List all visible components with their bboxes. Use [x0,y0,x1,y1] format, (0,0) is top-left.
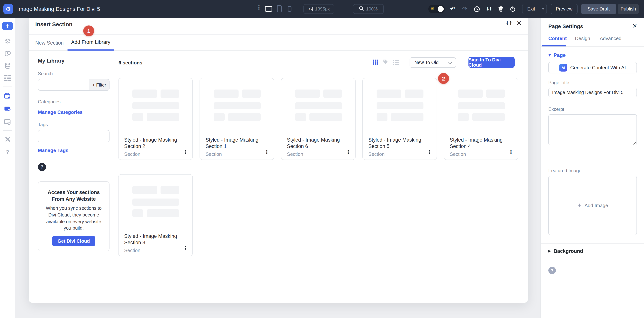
tags-input[interactable] [38,130,110,142]
skeleton-bar [160,90,179,98]
excerpt-textarea[interactable] [548,114,637,145]
promo-body: When you sync sections to Divi Cloud, th… [43,205,105,232]
skeleton-bar [486,90,505,98]
insert-section-outline-icon[interactable] [4,92,12,100]
library-card[interactable]: Styled - Image Masking Section 2 Section… [118,78,193,160]
zoom-control[interactable]: 100% [353,4,384,14]
divi-settings-button[interactable]: ⚙ [4,4,13,14]
zoom-value: 100% [366,6,378,12]
phone-view-icon[interactable] [288,6,292,12]
database-icon[interactable] [4,61,12,70]
library-card[interactable]: Styled - Image Masking Section 4 Section… [444,78,518,160]
card-title: Styled - Image Masking Section 6 [287,137,350,150]
skeleton-bar [228,113,261,121]
sign-in-divi-cloud-button[interactable]: Sign In To Divi Cloud [468,57,514,68]
history-button[interactable] [472,4,481,13]
close-icon[interactable]: × [516,20,522,26]
manage-categories-link[interactable]: Manage Categories [38,109,82,115]
kebab-menu-icon[interactable]: ⋮ [183,150,188,155]
tools-icon[interactable] [4,135,12,144]
tab-content[interactable]: Content [548,36,567,41]
plus-icon: + [5,23,10,29]
library-card[interactable]: Styled - Image Masking Section 1 Section… [200,78,274,160]
skeleton-bar [458,113,469,121]
tag-view-icon[interactable] [382,59,388,66]
sort-order-value: New To Old [414,60,439,65]
kebab-menu-icon[interactable]: ⋮ [427,150,432,155]
generate-ai-button[interactable]: AI Generate Content With AI [548,62,637,73]
get-divi-cloud-button[interactable]: Get Divi Cloud [52,236,95,246]
filter-button[interactable]: + Filter [89,79,110,91]
exit-caret-icon[interactable]: ▾ [540,4,546,14]
kebab-menu-icon[interactable]: ⋮ [346,150,351,155]
canvas-width-control[interactable]: ↔ 1395px [304,4,334,14]
tablet-view-icon[interactable] [277,5,282,12]
list-view-icon[interactable] [393,60,399,65]
preview-eye-icon[interactable] [4,118,12,126]
library-card[interactable]: Styled - Image Masking Section 5 Section… [362,78,437,160]
search-input[interactable] [38,79,89,91]
panel-title: Page Settings [548,23,583,29]
delete-button[interactable] [496,4,505,13]
save-draft-button[interactable]: Save Draft [581,4,616,14]
skeleton-bar [376,90,401,98]
card-type: Section [124,248,140,253]
page-title-label: Page Title [548,80,569,85]
rows-icon[interactable] [4,74,12,82]
sidebar-divider [3,130,12,131]
sidebar-help-icon[interactable]: ? [4,148,12,156]
add-image-label: Add Image [584,203,608,208]
annotation-badge-1: 1 [83,25,94,36]
skeleton-bar [242,90,261,98]
desktop-view-icon[interactable] [265,6,272,12]
tab-design[interactable]: Design [575,36,590,41]
plus-icon: + [577,203,582,208]
power-button[interactable] [508,4,517,13]
kebab-menu-icon[interactable]: ⋮ [264,150,270,155]
kebab-menu-icon[interactable]: ⋮ [183,246,188,251]
add-section-button[interactable]: + [2,22,13,30]
card-title: Styled - Image Masking Section 2 [124,137,187,150]
triangle-down-icon: ▼ [548,54,551,57]
layers-icon[interactable] [4,37,12,45]
insert-row-filled-icon[interactable] [4,105,12,113]
page-title-input[interactable] [548,88,637,97]
panel-help-icon[interactable]: ? [548,267,556,274]
tab-advanced[interactable]: Advanced [600,36,622,41]
redo-button[interactable]: ↷ [460,4,469,13]
library-card[interactable]: Styled - Image Masking Section 3 Section… [118,174,193,256]
tab-add-from-library[interactable]: Add From Library [68,35,114,51]
preview-button[interactable]: Preview [550,4,578,14]
library-help-icon[interactable]: ? [38,163,46,171]
background-section-toggle[interactable]: ▶ Background [548,248,583,254]
undo-button[interactable]: ↶ [448,4,457,13]
card-title: Styled - Image Masking Section 5 [368,137,431,150]
panel-close-icon[interactable]: × [632,23,637,29]
page-section-toggle[interactable]: ▼ Page [548,52,566,58]
library-card[interactable]: Styled - Image Masking Section 6 Section… [281,78,356,160]
more-menu-icon[interactable]: ⋮ [256,5,262,10]
sun-icon: ☀ [430,6,435,11]
skeleton-bar [147,113,179,121]
reorder-button[interactable]: ↓↑ [484,4,493,13]
skeleton-bar [295,102,342,109]
grid-view-icon[interactable] [373,60,378,65]
kebab-menu-icon[interactable]: ⋮ [508,150,514,155]
skeleton-bar [160,186,179,194]
categories-label: Categories [38,99,60,105]
skeleton-bar [323,90,342,98]
card-type: Section [206,151,222,157]
manage-tags-link[interactable]: Manage Tags [38,148,68,153]
annotation-badge-2: 2 [438,73,449,84]
skeleton-bar [132,198,179,206]
sort-order-select[interactable]: New To Old [410,57,456,68]
tab-new-section[interactable]: New Section [32,35,68,51]
publish-button[interactable]: Publish [618,4,639,14]
shapes-icon[interactable] [4,49,12,57]
promo-heading: Access Your sections From Any Website [45,189,102,202]
sort-icon[interactable]: ↓↑ [505,21,512,25]
exit-button[interactable]: Exit ▾ [522,4,547,14]
add-image-dropzone[interactable]: + Add Image [548,176,637,235]
toggle-knob [438,6,444,12]
theme-toggle[interactable]: ☀ [428,5,445,13]
